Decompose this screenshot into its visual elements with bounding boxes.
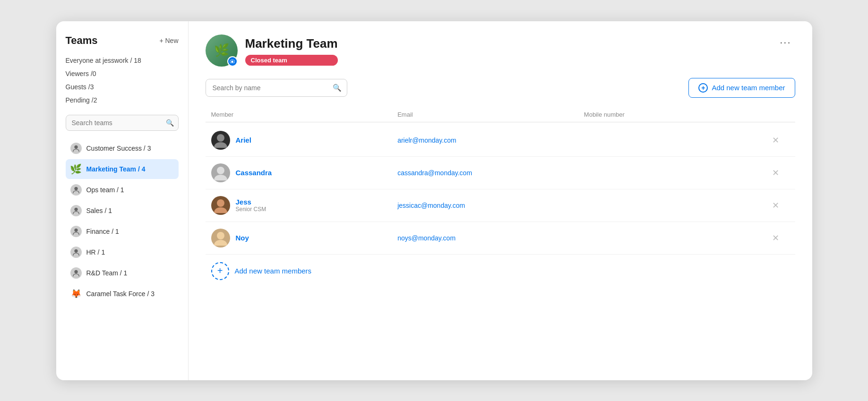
stat-guests[interactable]: Guests /3 [66, 82, 179, 92]
header-email: Email [397, 111, 584, 118]
svg-point-2 [74, 207, 77, 211]
member-name-area-noy: Noy [236, 234, 249, 242]
svg-point-10 [217, 232, 224, 239]
team-icon-caramel-task-force: 🦊 [70, 288, 82, 299]
remove-noy-button[interactable]: ✕ [770, 232, 781, 244]
team-label-rnd-team: R&D Team / 1 [86, 269, 174, 277]
search-name-container: 🔍 [206, 79, 347, 97]
member-name-ariel[interactable]: Ariel [236, 136, 251, 144]
new-button[interactable]: + New [159, 37, 178, 44]
closed-badge: Closed team [245, 55, 338, 66]
member-cell-ariel: Ariel [211, 131, 398, 150]
team-icon-finance [70, 226, 82, 237]
avatar-ariel [211, 131, 230, 150]
team-icon-ops-team [70, 184, 82, 196]
team-label-marketing-team: Marketing Team / 4 [86, 165, 174, 173]
member-name-cassandra[interactable]: Cassandra [236, 169, 272, 177]
add-member-button[interactable]: + Add new team member [688, 78, 795, 98]
add-members-label: Add new team members [235, 267, 312, 275]
team-header: 🌿 Marketing Team Closed team ··· [206, 34, 795, 67]
sidebar-item-ops-team[interactable]: Ops team / 1 [66, 180, 179, 200]
team-icon-marketing-team: 🌿 [70, 163, 82, 175]
member-name-area-cassandra: Cassandra [236, 169, 272, 177]
team-header-left: 🌿 Marketing Team Closed team [206, 34, 338, 67]
team-avatar-container: 🌿 [206, 34, 238, 67]
svg-point-1 [74, 187, 77, 190]
sidebar-item-sales[interactable]: Sales / 1 [66, 201, 179, 221]
email-cell-jess: jessicac@monday.com [397, 201, 584, 210]
team-label-hr: HR / 1 [86, 248, 174, 256]
team-label-sales: Sales / 1 [86, 207, 174, 214]
member-cell-cassandra: Cassandra [211, 163, 398, 182]
search-teams-input[interactable] [66, 115, 179, 131]
sidebar: Teams + New Everyone at jesswork / 18 Vi… [56, 21, 189, 380]
member-email-noy: noys@monday.com [397, 234, 455, 242]
sidebar-item-finance[interactable]: Finance / 1 [66, 222, 179, 241]
header-member: Member [211, 111, 398, 118]
team-icon-rnd-team [70, 267, 82, 279]
team-icon-hr [70, 247, 82, 258]
svg-point-6 [231, 60, 233, 63]
sidebar-item-customer-success[interactable]: Customer Success / 3 [66, 138, 179, 158]
toolbar: 🔍 + Add new team member [206, 78, 795, 98]
member-email-jess: jessicac@monday.com [397, 202, 465, 209]
search-name-input[interactable] [206, 79, 347, 97]
team-icon-customer-success [70, 143, 82, 154]
svg-point-8 [217, 167, 224, 174]
action-cell-noy: ✕ [770, 232, 789, 244]
more-options-button[interactable]: ··· [776, 34, 795, 51]
search-teams-container: 🔍 [66, 115, 179, 131]
remove-cassandra-button[interactable]: ✕ [770, 167, 781, 179]
team-label-ops-team: Ops team / 1 [86, 186, 174, 194]
table-row: Noy noys@monday.com ✕ [206, 222, 795, 255]
remove-ariel-button[interactable]: ✕ [770, 134, 781, 146]
team-label-customer-success: Customer Success / 3 [86, 145, 174, 152]
search-teams-icon: 🔍 [166, 119, 174, 127]
email-cell-cassandra: cassandra@monday.com [397, 169, 584, 177]
sidebar-item-caramel-task-force[interactable]: 🦊 Caramel Task Force / 3 [66, 284, 179, 304]
member-email-ariel: arielr@monday.com [397, 137, 456, 144]
team-icon-sales [70, 205, 82, 216]
add-member-icon: + [698, 83, 708, 93]
svg-point-5 [74, 270, 77, 273]
member-email-cassandra: cassandra@monday.com [397, 169, 472, 177]
sidebar-item-rnd-team[interactable]: R&D Team / 1 [66, 263, 179, 283]
action-cell-jess: ✕ [770, 199, 789, 212]
sidebar-stats: Everyone at jesswork / 18 Viewers /0 Gue… [66, 55, 179, 105]
sidebar-header: Teams + New [66, 34, 179, 47]
table-row: Cassandra cassandra@monday.com ✕ [206, 157, 795, 189]
camera-badge[interactable] [227, 56, 238, 67]
email-cell-noy: noys@monday.com [397, 234, 584, 242]
svg-point-3 [74, 228, 77, 231]
remove-jess-button[interactable]: ✕ [770, 199, 781, 212]
action-cell-cassandra: ✕ [770, 167, 789, 179]
team-name: Marketing Team [245, 36, 338, 51]
team-label-finance: Finance / 1 [86, 228, 174, 235]
member-role-jess: Senior CSM [236, 206, 266, 213]
stat-viewers[interactable]: Viewers /0 [66, 68, 179, 79]
svg-point-9 [217, 199, 224, 207]
table-row: Jess Senior CSM jessicac@monday.com ✕ [206, 189, 795, 222]
sidebar-title: Teams [66, 34, 98, 47]
team-list: Customer Success / 3 🌿 Marketing Team / … [66, 138, 179, 304]
member-name-jess[interactable]: Jess [236, 198, 266, 206]
member-name-area-jess: Jess Senior CSM [236, 198, 266, 213]
table-header: Member Email Mobile number [206, 107, 795, 122]
table-row: Ariel arielr@monday.com ✕ [206, 124, 795, 157]
avatar-cassandra [211, 163, 230, 182]
member-cell-noy: Noy [211, 229, 398, 247]
sidebar-item-hr[interactable]: HR / 1 [66, 242, 179, 262]
team-title-area: Marketing Team Closed team [245, 34, 338, 66]
email-cell-ariel: arielr@monday.com [397, 136, 584, 145]
members-table: Member Email Mobile number Ariel arielr@… [206, 107, 795, 367]
sidebar-item-marketing-team[interactable]: 🌿 Marketing Team / 4 [66, 159, 179, 179]
stat-everyone[interactable]: Everyone at jesswork / 18 [66, 55, 179, 66]
svg-point-4 [74, 249, 77, 252]
avatar-jess [211, 196, 230, 215]
stat-pending[interactable]: Pending /2 [66, 95, 179, 105]
app-container: Teams + New Everyone at jesswork / 18 Vi… [56, 21, 812, 380]
action-cell-ariel: ✕ [770, 134, 789, 146]
main-content: 🌿 Marketing Team Closed team ··· 🔍 [189, 21, 812, 380]
add-members-row[interactable]: + Add new team members [206, 255, 795, 288]
member-name-noy[interactable]: Noy [236, 234, 249, 242]
